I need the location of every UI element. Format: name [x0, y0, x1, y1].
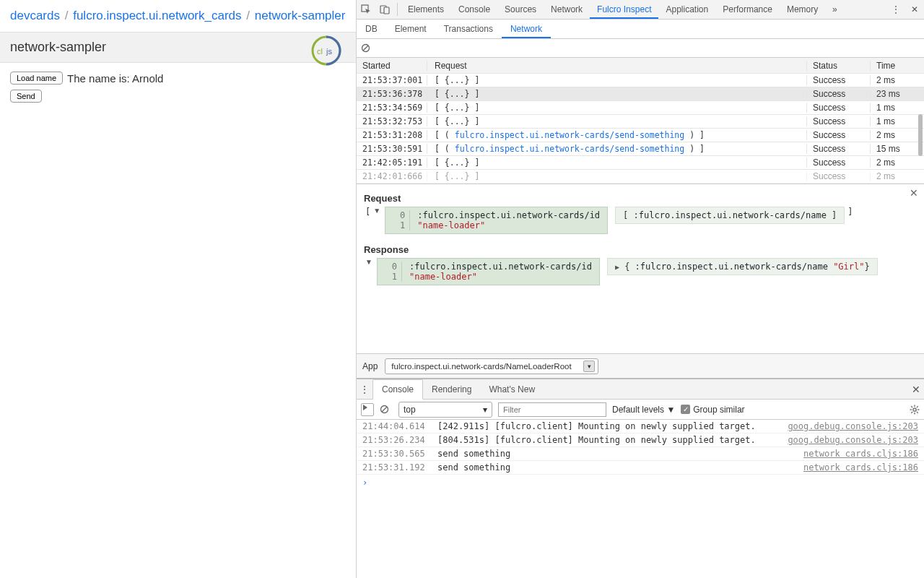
- col-time-header[interactable]: Time: [871, 61, 924, 71]
- devtools-tabbar: ElementsConsoleSourcesNetworkFulcro Insp…: [357, 0, 924, 20]
- svg-text:cl: cl: [317, 47, 323, 56]
- response-heading: Response: [364, 244, 920, 255]
- cljs-logo-icon: cl js: [310, 35, 342, 66]
- console-line: 21:53:26.234[804.531s] [fulcro.client] M…: [357, 434, 924, 447]
- network-row[interactable]: 21:53:37:001[ {...} ]Success2 ms: [357, 74, 924, 87]
- svg-point-10: [913, 407, 916, 410]
- response-expand-icon[interactable]: ▶: [615, 263, 619, 271]
- console-line: 21:53:30.565send somethingnetwork cards.…: [357, 447, 924, 461]
- response-value-box[interactable]: ▶ { :fulcro.inspect.ui.network-cards/nam…: [607, 258, 878, 275]
- svg-line-16: [917, 411, 918, 413]
- clear-network-icon[interactable]: [361, 43, 375, 53]
- network-row[interactable]: 21:53:36:378[ {...} ]Success23 ms: [357, 87, 924, 101]
- detail-close-icon[interactable]: ✕: [910, 187, 918, 199]
- console-clear-icon[interactable]: [380, 405, 393, 414]
- network-table-header: Started Request Status Time: [357, 58, 924, 74]
- request-key-box[interactable]: 0:fulcro.inspect.ui.network-cards/id 1"n…: [385, 207, 608, 234]
- devtools-tab-application[interactable]: Application: [658, 0, 715, 19]
- svg-line-7: [363, 46, 368, 51]
- request-caret-icon[interactable]: ▼: [373, 207, 382, 215]
- kebab-menu-icon[interactable]: ⋮: [886, 0, 905, 19]
- console-line: 21:44:04.614[242.911s] [fulcro.client] M…: [357, 420, 924, 434]
- console-source-link[interactable]: goog.debug.console.js:203: [788, 421, 918, 431]
- fulcro-tabbar: DBElementTransactionsNetwork: [357, 20, 924, 39]
- console-line: 21:53:31.192send somethingnetwork cards.…: [357, 461, 924, 475]
- select-arrow-icon: ▾: [583, 361, 595, 372]
- card-title: network-sampler: [0, 32, 356, 63]
- more-tabs-icon[interactable]: »: [825, 0, 844, 19]
- devtools-tab-memory[interactable]: Memory: [780, 0, 825, 19]
- devtools-close-icon[interactable]: ✕: [905, 0, 924, 19]
- fulcro-tab-network[interactable]: Network: [502, 20, 551, 38]
- network-detail-pane: ✕ Request [ ▼ 0:fulcro.inspect.ui.networ…: [357, 184, 924, 354]
- network-row[interactable]: 21:42:01:666[ {...} ]Success2 ms: [357, 170, 924, 184]
- console-drawer: ⋮ ConsoleRenderingWhat's New ✕ top▾ Defa…: [357, 379, 924, 578]
- console-source-link[interactable]: network cards.cljs:186: [803, 449, 918, 459]
- console-levels-dropdown[interactable]: Default levels ▼: [612, 405, 675, 415]
- fulcro-tab-transactions[interactable]: Transactions: [435, 20, 502, 38]
- response-key-box[interactable]: 0:fulcro.inspect.ui.network-cards/id 1"n…: [377, 258, 600, 285]
- console-run-icon[interactable]: [361, 403, 374, 416]
- inspect-element-icon[interactable]: [357, 0, 375, 19]
- breadcrumb: devcards / fulcro.inspect.ui.network_car…: [0, 0, 356, 32]
- drawer-close-icon[interactable]: ✕: [908, 384, 924, 395]
- network-scrollbar[interactable]: [918, 77, 923, 184]
- name-label: The name is: Arnold: [67, 72, 163, 85]
- devtools-tab-sources[interactable]: Sources: [497, 0, 544, 19]
- breadcrumb-card[interactable]: network-sampler: [255, 9, 346, 22]
- network-row[interactable]: 21:53:31:208[ ( fulcro.inspect.ui.networ…: [357, 129, 924, 142]
- console-context-select[interactable]: top▾: [398, 402, 492, 418]
- response-caret-icon[interactable]: ▼: [365, 258, 374, 266]
- devtools-tab-elements[interactable]: Elements: [401, 0, 451, 19]
- svg-line-15: [911, 406, 912, 407]
- network-row[interactable]: 21:53:34:569[ {...} ]Success1 ms: [357, 101, 924, 115]
- console-settings-icon[interactable]: [910, 405, 920, 415]
- request-heading: Request: [364, 193, 920, 204]
- breadcrumb-ns[interactable]: fulcro.inspect.ui.network_cards: [73, 9, 241, 22]
- network-toolbar: [357, 39, 924, 58]
- app-selector-row: App fulcro.inspect.ui.network-cards/Name…: [357, 354, 924, 379]
- svg-line-17: [917, 406, 918, 407]
- col-request-header[interactable]: Request: [427, 61, 807, 71]
- console-prompt[interactable]: ›: [357, 475, 924, 491]
- fulcro-tab-db[interactable]: DB: [357, 20, 386, 38]
- devtools-tab-fulcro-inspect[interactable]: Fulcro Inspect: [590, 0, 658, 19]
- drawer-tab-rendering[interactable]: Rendering: [423, 380, 480, 399]
- app-label: App: [362, 361, 378, 371]
- console-source-link[interactable]: network cards.cljs:186: [803, 462, 918, 473]
- device-toggle-icon[interactable]: [375, 0, 394, 19]
- devtools-tab-performance[interactable]: Performance: [715, 0, 780, 19]
- col-started-header[interactable]: Started: [357, 61, 427, 71]
- group-similar-checkbox[interactable]: ✓Group similar: [681, 405, 744, 415]
- devtools-tab-console[interactable]: Console: [451, 0, 497, 19]
- svg-line-9: [382, 407, 387, 412]
- send-button[interactable]: Send: [10, 90, 42, 103]
- drawer-tab-what-s-new[interactable]: What's New: [480, 380, 544, 399]
- network-table: Started Request Status Time 21:53:37:001…: [357, 58, 924, 184]
- fulcro-tab-element[interactable]: Element: [386, 20, 435, 38]
- console-filter-input[interactable]: [498, 402, 606, 417]
- devtools-tab-network[interactable]: Network: [544, 0, 590, 19]
- network-row[interactable]: 21:53:32:753[ {...} ]Success1 ms: [357, 115, 924, 129]
- svg-line-18: [911, 411, 912, 413]
- request-query-box[interactable]: [ :fulcro.inspect.ui.network-cards/name …: [615, 207, 845, 224]
- network-row[interactable]: 21:53:30:591[ ( fulcro.inspect.ui.networ…: [357, 142, 924, 156]
- network-row[interactable]: 21:42:05:191[ {...} ]Success2 ms: [357, 156, 924, 170]
- drawer-menu-icon[interactable]: ⋮: [357, 384, 372, 395]
- load-name-button[interactable]: Load name: [10, 72, 63, 85]
- app-select[interactable]: fulcro.inspect.ui.network-cards/NameLoad…: [385, 358, 598, 374]
- breadcrumb-root[interactable]: devcards: [10, 9, 60, 22]
- col-status-header[interactable]: Status: [807, 61, 871, 71]
- svg-rect-5: [384, 7, 389, 14]
- console-source-link[interactable]: goog.debug.console.js:203: [788, 435, 918, 445]
- svg-text:js: js: [326, 47, 332, 56]
- drawer-tab-console[interactable]: Console: [372, 379, 423, 400]
